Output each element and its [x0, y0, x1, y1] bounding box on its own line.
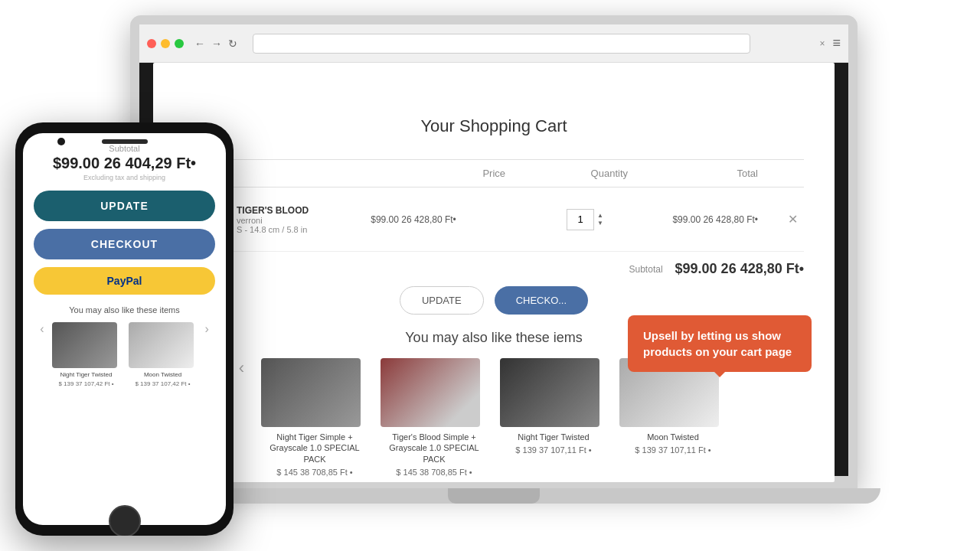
upsell-item[interactable]: Moon Twisted $ 139 37 107,11 Ft •: [619, 358, 727, 455]
subtotal-amount: $99.00 26 428,80 Ft•: [675, 261, 804, 277]
close-dot[interactable]: [147, 39, 156, 48]
upsell-product-name: Tiger's Blood Simple + Grayscale 1.0 SPE…: [381, 432, 488, 465]
phone-upsell-next-button[interactable]: ›: [205, 322, 209, 336]
laptop-body: ← → ↻ × ≡ Your Shopping Cart Product Pri…: [130, 15, 858, 490]
phone-upsell-item[interactable]: Night Tiger Twisted $ 139 37 107,42 Ft •: [52, 322, 121, 387]
upsell-product-image: [381, 358, 480, 427]
back-button[interactable]: ←: [194, 37, 205, 50]
product-total: $99.00 26 428,80 Ft•: [626, 214, 781, 225]
product-size: S - 14.8 cm / 5.8 in: [237, 225, 325, 234]
phone-camera: [57, 138, 65, 145]
phone-upsell-item[interactable]: Moon Twisted $ 139 37 107,42 Ft •: [129, 322, 198, 387]
product-info: TIGER'S BLOOD verroni S - 14.8 cm / 5.8 …: [237, 205, 325, 234]
reload-button[interactable]: ↻: [228, 37, 237, 50]
phone-upsell-name: Night Tiger Twisted: [52, 371, 121, 379]
callout-text: Upsell by letting us show products on yo…: [643, 329, 792, 358]
upsell-product-name: Night Tiger Twisted: [500, 432, 607, 442]
quantity-cell: 1 ▲ ▼: [472, 209, 626, 230]
upsell-item[interactable]: Tiger's Blood Simple + Grayscale 1.0 SPE…: [381, 358, 488, 477]
subtotal-row: Subtotal $99.00 26 428,80 Ft•: [184, 252, 804, 286]
upsell-products: ‹ Night Tiger Simple + Grayscale 1.0 SPE…: [184, 358, 804, 477]
browser-nav: ← → ↻: [194, 37, 237, 50]
address-bar[interactable]: [253, 34, 750, 54]
checkout-button[interactable]: CHECKO...: [495, 286, 588, 315]
phone-body: Subtotal $99.00 26 404,29 Ft• Excluding …: [15, 122, 234, 536]
browser-dots: [147, 39, 184, 48]
upsell-prev-button[interactable]: ‹: [234, 358, 249, 378]
quantity-arrows: ▲ ▼: [597, 212, 603, 227]
col-total-header: Total: [651, 168, 781, 179]
phone-update-button[interactable]: UPDATE: [34, 191, 215, 221]
phone-subtotal-amount: $99.00 26 404,29 Ft•: [34, 155, 215, 172]
upsell-product-image: [261, 358, 361, 427]
phone-upsell-prev-button[interactable]: ‹: [40, 322, 44, 336]
phone-paypal-button[interactable]: PayPal: [34, 267, 215, 295]
phone-checkout-button[interactable]: CHECKOUT: [34, 229, 215, 259]
upsell-product-name: Night Tiger Simple + Grayscale 1.0 SPECI…: [261, 432, 368, 465]
laptop-device: ← → ↻ × ≡ Your Shopping Cart Product Pri…: [130, 15, 858, 536]
table-row: TIGER'S BLOOD verroni S - 14.8 cm / 5.8 …: [184, 187, 804, 252]
quantity-input[interactable]: 1: [567, 209, 594, 230]
quantity-up-arrow[interactable]: ▲: [597, 212, 603, 220]
upsell-item[interactable]: Night Tiger Twisted $ 139 37 107,11 Ft •: [500, 358, 607, 455]
cart-table-header: Product Price Quantity Total: [184, 159, 804, 187]
forward-button[interactable]: →: [211, 37, 222, 50]
phone-device: Subtotal $99.00 26 404,29 Ft• Excluding …: [15, 122, 234, 536]
upsell-product-name: Moon Twisted: [619, 432, 727, 442]
upsell-product-price: $ 139 37 107,11 Ft •: [500, 445, 607, 455]
upsell-item[interactable]: Night Tiger Simple + Grayscale 1.0 SPECI…: [261, 358, 368, 477]
phone-home-button[interactable]: [109, 505, 141, 536]
upsell-product-price: $ 145 38 708,85 Ft •: [381, 468, 488, 477]
phone-speaker: [102, 139, 148, 144]
upsell-product-price: $ 139 37 107,11 Ft •: [619, 445, 727, 455]
laptop-screen: Your Shopping Cart Product Price Quantit…: [153, 63, 835, 482]
product-name: TIGER'S BLOOD: [237, 205, 325, 216]
col-remove-header: [781, 168, 804, 179]
phone-upsell-image: [52, 322, 117, 368]
product-brand: verroni: [237, 216, 325, 225]
screen-bezel: ← → ↻ × ≡ Your Shopping Cart Product Pri…: [139, 24, 848, 476]
cart-actions: UPDATE CHECKO...: [184, 286, 804, 315]
phone-upsell-price: $ 139 37 107,42 Ft •: [129, 380, 198, 387]
phone-content: Subtotal $99.00 26 404,29 Ft• Excluding …: [23, 133, 226, 525]
paypal-label: PayPal: [107, 275, 142, 287]
close-tab-icon[interactable]: ×: [819, 38, 825, 49]
quantity-down-arrow[interactable]: ▼: [597, 220, 603, 227]
phone-upsell-title: You may also like these items: [34, 305, 215, 315]
update-cart-button[interactable]: UPDATE: [400, 286, 484, 315]
phone-upsell-name: Moon Twisted: [129, 371, 198, 379]
browser-chrome: ← → ↻ × ≡: [139, 24, 848, 63]
browser-menu-icon[interactable]: ≡: [832, 35, 841, 51]
phone-upsell-price: $ 139 37 107,42 Ft •: [52, 380, 121, 387]
minimize-dot[interactable]: [161, 39, 170, 48]
subtotal-label: Subtotal: [629, 264, 663, 275]
col-price-header: Price: [398, 168, 521, 179]
cart-content: Your Shopping Cart Product Price Quantit…: [153, 101, 835, 482]
upsell-product-image: [500, 358, 599, 427]
page-title: Your Shopping Cart: [184, 116, 804, 136]
upsell-product-price: $ 145 38 708,85 Ft •: [261, 468, 368, 477]
product-price: $99.00 26 428,80 Ft•: [325, 214, 472, 225]
callout-bubble: Upsell by letting us show products on yo…: [628, 315, 812, 372]
phone-screen: Subtotal $99.00 26 404,29 Ft• Excluding …: [23, 133, 226, 525]
phone-upsell-row: ‹ Night Tiger Twisted $ 139 37 107,42 Ft…: [34, 322, 215, 387]
phone-upsell-image: [129, 322, 194, 368]
phone-subtotal-note: Excluding tax and shipping: [34, 174, 215, 181]
col-quantity-header: Quantity: [521, 168, 651, 179]
remove-item-button[interactable]: ✕: [781, 212, 804, 227]
maximize-dot[interactable]: [175, 39, 184, 48]
